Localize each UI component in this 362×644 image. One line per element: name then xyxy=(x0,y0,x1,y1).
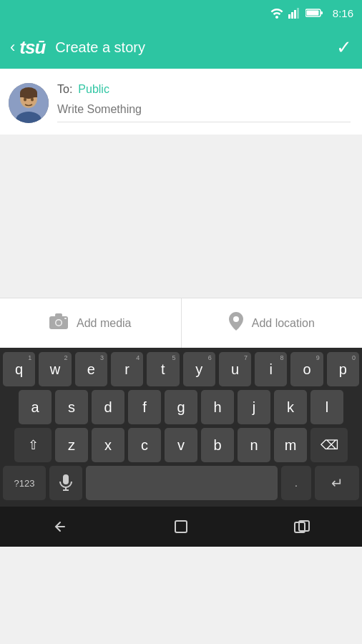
to-line: To: Public xyxy=(57,83,351,96)
key-e[interactable]: 3e xyxy=(75,352,107,386)
home-nav-button[interactable] xyxy=(171,518,191,535)
key-y[interactable]: 6y xyxy=(183,352,215,386)
back-button[interactable]: ‹ xyxy=(10,38,15,57)
key-t[interactable]: 5t xyxy=(147,352,179,386)
svg-rect-3 xyxy=(297,8,299,19)
keyboard-row-3: ⇧ z x c v b n m ⌫ xyxy=(3,428,359,462)
status-icons: 8:16 xyxy=(270,7,353,19)
compose-fields: To: Public xyxy=(57,80,351,122)
svg-rect-18 xyxy=(55,313,62,317)
period-key[interactable]: . xyxy=(281,466,311,500)
key-m[interactable]: m xyxy=(274,428,307,462)
svg-point-20 xyxy=(233,316,239,322)
key-q[interactable]: 1q xyxy=(3,352,35,386)
page-title: Create a story xyxy=(55,39,336,56)
key-b[interactable]: b xyxy=(201,428,234,462)
key-l[interactable]: l xyxy=(310,390,343,424)
svg-rect-24 xyxy=(175,521,187,532)
avatar xyxy=(9,83,49,123)
key-h[interactable]: h xyxy=(201,390,234,424)
key-v[interactable]: v xyxy=(165,428,197,462)
app-logo: tsū xyxy=(19,36,45,59)
key-i[interactable]: 8i xyxy=(255,352,287,386)
recents-nav-button[interactable] xyxy=(292,518,312,535)
key-z[interactable]: z xyxy=(55,428,88,462)
space-key[interactable] xyxy=(86,466,278,500)
keyboard-row-4: ?123 . ↵ xyxy=(3,466,359,500)
svg-rect-0 xyxy=(288,14,290,19)
status-bar: 8:16 xyxy=(0,0,362,26)
key-j[interactable]: j xyxy=(238,390,270,424)
num123-key[interactable]: ?123 xyxy=(3,466,46,500)
svg-rect-11 xyxy=(20,93,37,97)
svg-point-13 xyxy=(31,98,34,102)
svg-point-12 xyxy=(24,98,26,102)
key-w[interactable]: 2w xyxy=(39,352,71,386)
svg-rect-1 xyxy=(291,12,293,19)
battery-icon xyxy=(305,8,323,18)
add-location-label: Add location xyxy=(252,317,315,330)
key-u[interactable]: 7u xyxy=(219,352,251,386)
key-d[interactable]: d xyxy=(92,390,124,424)
key-p[interactable]: 0p xyxy=(327,352,359,386)
wifi-icon xyxy=(270,7,284,19)
status-time: 8:16 xyxy=(333,7,353,19)
key-o[interactable]: 9o xyxy=(290,352,323,386)
back-nav-button[interactable] xyxy=(50,518,70,535)
location-icon xyxy=(229,312,243,335)
add-media-button[interactable]: Add media xyxy=(0,298,182,348)
keyboard-row-1: 1q 2w 3e 4r 5t 6y 7u 8i 9o 0p xyxy=(3,352,359,386)
key-r[interactable]: 4r xyxy=(111,352,143,386)
compose-area: To: Public xyxy=(0,69,362,135)
avatar-image xyxy=(9,83,49,123)
keyboard: 1q 2w 3e 4r 5t 6y 7u 8i 9o 0p a s d f g … xyxy=(0,348,362,507)
svg-rect-6 xyxy=(306,11,318,16)
keyboard-row-2: a s d f g h j k l xyxy=(3,390,359,424)
key-f[interactable]: f xyxy=(128,390,161,424)
submit-button[interactable]: ✓ xyxy=(336,36,352,59)
svg-rect-19 xyxy=(64,318,67,319)
nav-bar xyxy=(0,507,362,547)
app-bar: ‹ tsū Create a story ✓ xyxy=(0,26,362,69)
bottom-toolbar: Add media Add location xyxy=(0,298,362,348)
backspace-key[interactable]: ⌫ xyxy=(310,428,348,462)
mic-key[interactable] xyxy=(49,466,82,500)
key-c[interactable]: c xyxy=(128,428,161,462)
signal-icon xyxy=(288,7,301,19)
key-s[interactable]: s xyxy=(55,390,88,424)
key-n[interactable]: n xyxy=(238,428,270,462)
add-location-button[interactable]: Add location xyxy=(182,298,363,348)
key-a[interactable]: a xyxy=(19,390,52,424)
svg-rect-2 xyxy=(294,10,296,19)
key-k[interactable]: k xyxy=(274,390,307,424)
grey-space xyxy=(0,135,362,298)
return-key[interactable]: ↵ xyxy=(315,466,359,500)
write-input[interactable] xyxy=(57,103,351,122)
key-x[interactable]: x xyxy=(92,428,124,462)
key-g[interactable]: g xyxy=(165,390,197,424)
to-value[interactable]: Public xyxy=(78,83,109,96)
add-media-label: Add media xyxy=(77,317,132,330)
svg-rect-5 xyxy=(321,11,323,14)
shift-key[interactable]: ⇧ xyxy=(14,428,52,462)
svg-point-17 xyxy=(57,320,62,325)
camera-icon xyxy=(49,313,68,333)
svg-rect-21 xyxy=(63,474,69,484)
to-label: To: xyxy=(57,83,72,96)
